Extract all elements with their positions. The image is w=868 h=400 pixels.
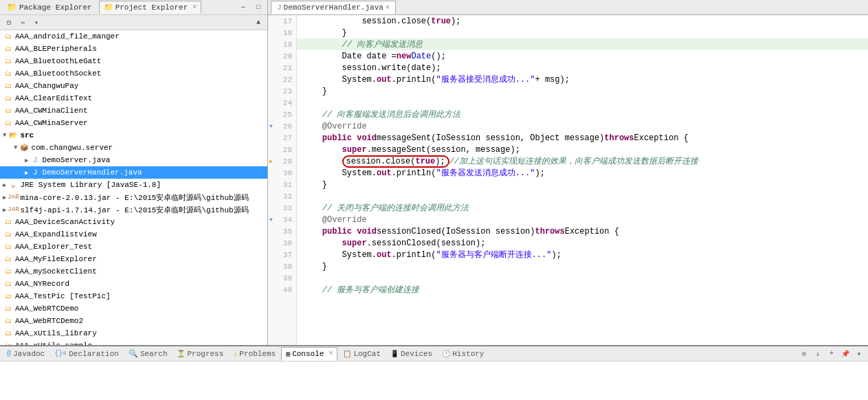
tree-item-bluetooth-socket[interactable]: 🗂 AAA_BluetoothSocket [0,67,267,80]
tab-history[interactable]: 🕐 History [438,347,488,361]
code-line-18: } [297,27,868,38]
code-content[interactable]: session.close(true); } // 向客户端发送消息 Date … [297,15,868,345]
line-num-22: 22 [268,74,296,85]
tree-item-jre[interactable]: ▶ ☕ JRE System Library [JavaSE-1.8] [0,179,267,191]
line-num-26: 26 [268,120,296,132]
maximize-button[interactable]: □ [252,1,265,14]
tree-label: AAA_WebRTCDemo2 [15,317,83,325]
link-editor-button[interactable]: ⇔ [16,16,29,29]
clear-console-button[interactable]: ⊘ [798,348,810,360]
tree-label: slf4j-api-1.7.14.jar - E:\2015安卓临时源码\git… [20,205,248,215]
search-label: Search [140,350,168,358]
line-num-35: 35 [268,225,296,237]
tree-item-clear-edit[interactable]: 🗂 AAA_ClearEditText [0,92,267,104]
pin-console-button[interactable]: 📌 [839,348,852,360]
tree-item-xutils-sample[interactable]: 🗂 AAA_xUtils_sample [0,340,267,345]
tree-item-android-file-manger[interactable]: 🗂 AAA_android_file_manger [0,30,267,43]
folder-icon: 🗂 [3,93,14,104]
code-line-30: System.out.println("服务器发送消息成功..."); [297,167,868,179]
tree-item-device-scan[interactable]: 🗂 AAA_DeviceScanActivity [0,216,267,228]
tree-label: com.changwu.server [31,144,113,152]
progress-label: Progress [187,350,223,358]
tree-item-cwmina-server[interactable]: 🗂 AAA_CWMinaServer [0,117,267,129]
tab-progress[interactable]: ⏳ Progress [173,347,227,361]
package-explorer-icon: 📁 [7,2,17,12]
tree-item-package[interactable]: ▼ 📦 com.changwu.server [0,142,267,154]
console-close[interactable]: × [329,350,333,357]
new-console-button[interactable]: + [825,348,838,360]
logcat-label: LogCat [353,350,381,358]
line-num-36: 36 [268,237,296,249]
tree-item-explorer-test[interactable]: 🗂 AAA_Explorer_Test [0,241,267,253]
tree-item-mina-jar[interactable]: ▶ JAR mina-core-2.0.13.jar - E:\2015安卓临时… [0,191,267,203]
javadoc-label: Javadoc [13,350,45,358]
minimize-button[interactable]: — [237,1,249,14]
collapse-all-button[interactable]: ⊟ [3,16,15,29]
code-line-36: super.sessionClosed(session); [297,237,868,249]
tree-item-socket-client[interactable]: 🗂 AAA_mySocketClient [0,265,267,278]
tab-package-explorer[interactable]: 📁 Package Explorer [3,1,96,14]
project-tree[interactable]: 🗂 AAA_android_file_manger 🗂 AAA_BLEPerip… [0,30,267,345]
declaration-icon: {}≡ [54,350,67,357]
folder-icon: 🗂 [3,80,14,91]
tree-item-changwu-pay[interactable]: 🗂 AAA_ChangwuPay [0,80,267,92]
console-view-menu[interactable]: ▾ [853,348,865,360]
code-line-33: // 关闭与客户端的连接时会调用此方法 [297,202,868,214]
code-line-23: } [297,85,868,97]
code-editor[interactable]: 17 18 19 20 21 22 23 24 25 26 27 28 29 3… [268,15,868,345]
tree-label: mina-core-2.0.13.jar - E:\2015安卓临时源码\git… [20,192,248,203]
tree-label: AAA_TestPic [TestPic] [15,292,111,300]
line-num-20: 20 [268,50,296,62]
tree-item-src[interactable]: ▼ 📂 src [0,129,267,142]
folder-icon: 🗂 [3,291,14,302]
line-num-28: 28 [268,144,296,155]
folder-icon: 🗂 [3,278,14,289]
jar-icon: JAR [8,192,19,203]
code-line-17: session.close(true); [297,15,868,27]
tab-close-btn[interactable]: × [386,4,390,12]
tab-declaration[interactable]: {}≡ Declaration [50,347,123,361]
folder-icon: 🗂 [3,56,14,67]
line-num-31: 31 [268,179,296,190]
tab-project-explorer[interactable]: 📁 Project Explorer × [99,1,202,14]
line-num-39: 39 [268,272,296,284]
line-num-18: 18 [268,27,296,38]
tree-item-demo-server-java[interactable]: ▶ J DemoServer.java [0,154,267,166]
code-line-37: System.out.println("服务器与客户端断开连接..."); [297,249,868,260]
tree-item-webrtc-demo2[interactable]: 🗂 AAA_WebRTCDemo2 [0,315,267,327]
tree-item-my-file-explorer[interactable]: 🗂 AAA_MyFileExplorer [0,253,267,265]
tree-item-demo-server-handler[interactable]: ▶ J DemoServerHandler.java [0,166,267,179]
code-line-19: // 向客户端发送消息 [297,38,868,50]
view-menu-button[interactable]: ▾ [30,16,43,29]
tree-item-xutils-lib[interactable]: 🗂 AAA_xUtils_library [0,327,267,340]
project-explorer-close[interactable]: × [192,3,197,11]
folder-icon: 🗂 [3,216,14,227]
tab-logcat[interactable]: 📋 LogCat [339,347,385,361]
tree-item-webrtc-demo[interactable]: 🗂 AAA_WebRTCDemo [0,302,267,315]
tab-javadoc[interactable]: @ Javadoc [3,347,49,361]
line-num-38: 38 [268,260,296,272]
tree-item-ble[interactable]: 🗂 AAA_BLEPeripherals [0,43,267,55]
tab-search[interactable]: 🔍 Search [124,347,172,361]
expand-icon: ▼ [14,144,17,151]
tree-label: AAA_BLEPeripherals [15,45,97,53]
line-num-34: 34 [268,214,296,225]
bottom-tab-bar: @ Javadoc {}≡ Declaration 🔍 Search ⏳ Pro… [0,346,868,362]
console-content [0,362,868,400]
tree-item-expand-list[interactable]: 🗂 AAA_Expandlistview [0,228,267,241]
tab-problems[interactable]: ⚠ Problems [229,347,280,361]
tree-item-ny-record[interactable]: 🗂 AAA_NYRecord [0,278,267,290]
left-panel: 📁 Package Explorer 📁 Project Explorer × … [0,0,268,345]
tree-label: AAA_ChangwuPay [15,82,78,90]
tree-item-slf4j-jar[interactable]: ▶ JAR slf4j-api-1.7.14.jar - E:\2015安卓临时… [0,203,267,216]
tab-demo-server-handler[interactable]: J DemoServerHandler.java × [271,1,396,14]
tab-console[interactable]: ▦ Console × [281,347,337,361]
scroll-lock-button[interactable]: ⇓ [812,348,824,360]
jre-icon: ☕ [8,179,19,190]
tab-devices[interactable]: 📱 Devices [386,347,436,361]
tree-item-bluetooth-le[interactable]: 🗂 AAA_BluetoothLeGatt [0,55,267,67]
tree-label: AAA_mySocketClient [15,267,97,276]
tree-item-test-pic[interactable]: 🗂 AAA_TestPic [TestPic] [0,290,267,302]
devices-label: Devices [401,350,432,358]
tree-item-cwmina-client[interactable]: 🗂 AAA_CWMinaClient [0,104,267,117]
